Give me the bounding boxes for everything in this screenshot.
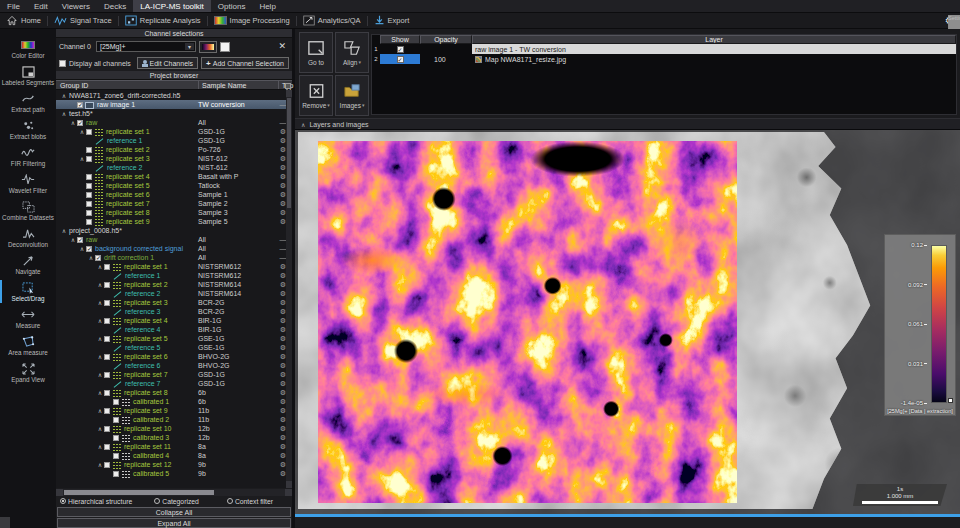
sidebar-item-measure[interactable]: Measure — [0, 305, 56, 332]
sidebar-item-fir-filtering[interactable]: FIR Filtering — [0, 143, 56, 170]
row-checkbox[interactable] — [86, 183, 92, 189]
row-checkbox[interactable] — [113, 417, 119, 423]
layer-row-1[interactable]: 1 raw image 1 - TW conversion — [372, 44, 956, 54]
edit-channels-button[interactable]: Edit Channels — [137, 57, 199, 69]
tree-row[interactable]: raw image 1 TW conversion — — [56, 100, 292, 109]
column-sample-name[interactable]: Sample Name — [198, 81, 246, 89]
collapse-all-button[interactable]: Collapse All — [57, 507, 291, 517]
tree-row[interactable]: replicate set 3 NIST-612 ⚙ — [56, 154, 292, 163]
row-checkbox[interactable] — [104, 282, 110, 288]
expand-arrow-icon[interactable] — [87, 253, 95, 263]
signal-trace-button[interactable]: Signal Trace — [48, 13, 118, 28]
row-checkbox[interactable] — [104, 444, 110, 450]
tree-row[interactable]: calibrated 4 8a ⚙ — [56, 451, 292, 460]
row-checkbox[interactable] — [104, 354, 110, 360]
align-button[interactable]: Align — [335, 32, 369, 73]
sidebar-item-combine-datasets[interactable]: Combine Datasets — [0, 197, 56, 224]
tree-row[interactable]: reference 7 GSD-1G ⚙ — [56, 379, 292, 388]
row-checkbox[interactable] — [104, 462, 110, 468]
column-opacity[interactable]: Opacity — [420, 35, 472, 44]
tree-row[interactable]: replicate set 5 Tatlock ⚙ — [56, 181, 292, 190]
expand-arrow-icon[interactable] — [78, 244, 86, 254]
sidebar-item-extract-blobs[interactable]: Extract blobs — [0, 116, 56, 143]
row-checkbox[interactable] — [77, 237, 83, 243]
row-checkbox[interactable] — [104, 408, 110, 414]
sidebar-item-extract-path[interactable]: Extract path — [0, 89, 56, 116]
expand-arrow-icon[interactable] — [96, 424, 104, 434]
tree-row[interactable]: drift correction 1 All — — [56, 253, 292, 262]
scroll-right-arrow[interactable] — [285, 489, 292, 496]
tree-row[interactable]: replicate set 8 6b ⚙ — [56, 388, 292, 397]
scroll-thumb[interactable] — [64, 490, 214, 495]
row-checkbox[interactable] — [86, 147, 92, 153]
sidebar-item-expand-view[interactable]: Epand View — [0, 359, 56, 386]
tree-row[interactable]: project_0008.h5* — [56, 226, 292, 235]
tree-vertical-scrollbar[interactable] — [286, 90, 292, 488]
menu-viewers[interactable]: Viewers — [55, 0, 97, 12]
colorbar-widget[interactable]: 0.12 0.092 0.061 0.031 -1.4e-05 [25Mg]+ … — [884, 234, 956, 416]
sidebar-item-labeled-segments[interactable]: Labeled Segments — [0, 62, 56, 89]
settings-button[interactable]: Settings — [945, 13, 954, 28]
menu-la-icp-ms-toolkit[interactable]: LA-ICP-MS toolkit — [133, 0, 211, 12]
tree-row[interactable]: replicate set 2 Po-726 ⚙ — [56, 145, 292, 154]
home-button[interactable]: Home — [0, 13, 47, 28]
tree-row[interactable]: replicate set 10 12b ⚙ — [56, 424, 292, 433]
tree-row[interactable]: replicate set 6 BHVO-2G ⚙ — [56, 352, 292, 361]
tree-row[interactable]: replicate set 6 Sample 1 ⚙ — [56, 190, 292, 199]
layer-visibility-checkbox[interactable] — [397, 56, 404, 63]
close-icon[interactable] — [278, 42, 286, 51]
tree-row[interactable]: reference 5 GSE-1G ⚙ — [56, 343, 292, 352]
tree-row[interactable]: reference 1 NISTSRM612 ⚙ — [56, 271, 292, 280]
expand-arrow-icon[interactable] — [60, 226, 68, 236]
column-layer[interactable]: Layer — [472, 35, 956, 44]
sidebar-item-navigate[interactable]: Navigate — [0, 251, 56, 278]
add-channel-selection-button[interactable]: Add Channel Selection — [201, 57, 289, 69]
column-options-icon[interactable] — [285, 83, 291, 89]
sidebar-item-area-measure[interactable]: Area measure — [0, 332, 56, 359]
expand-arrow-icon[interactable] — [96, 406, 104, 416]
expand-arrow-icon[interactable] — [96, 280, 104, 290]
channel-select[interactable]: [25Mg]+ — [96, 41, 196, 52]
tree-row[interactable]: replicate set 7 Sample 2 ⚙ — [56, 199, 292, 208]
row-checkbox[interactable] — [104, 300, 110, 306]
expand-arrow-icon[interactable] — [96, 388, 104, 398]
tree-row[interactable]: replicate set 9 Sample 5 ⚙ — [56, 217, 292, 226]
layers-and-images-bar[interactable]: Layers and images — [295, 118, 960, 130]
column-show[interactable]: Show — [380, 35, 420, 44]
expand-arrow-icon[interactable] — [96, 334, 104, 344]
remove-button[interactable]: Remove — [299, 75, 333, 116]
row-checkbox[interactable] — [86, 210, 92, 216]
menu-file[interactable]: File — [0, 0, 27, 12]
row-checkbox[interactable] — [77, 120, 83, 126]
tree-row[interactable]: calibrated 2 11b ⚙ — [56, 415, 292, 424]
tree-row[interactable]: replicate set 4 Basalt with P ⚙ — [56, 172, 292, 181]
tree-row[interactable]: replicate set 1 NISTSRM612 ⚙ — [56, 262, 292, 271]
images-button[interactable]: Images — [335, 75, 369, 116]
analytics-qa-button[interactable]: Analytics/QA — [297, 13, 367, 28]
colorbar-gradient[interactable] — [931, 245, 947, 403]
display-all-checkbox[interactable] — [59, 60, 66, 67]
menu-help[interactable]: Help — [252, 0, 282, 12]
tree-row[interactable]: replicate set 1 GSD-1G ⚙ — [56, 127, 292, 136]
tree-row[interactable]: replicate set 11 8a ⚙ — [56, 442, 292, 451]
menu-options[interactable]: Options — [211, 0, 253, 12]
tree-row[interactable]: raw All — — [56, 235, 292, 244]
expand-arrow-icon[interactable] — [60, 109, 68, 119]
layer-name[interactable]: Map NWA8171_resize.jpg — [472, 54, 956, 64]
expand-arrow-icon[interactable] — [96, 316, 104, 326]
expand-arrow-icon[interactable] — [78, 127, 86, 137]
expand-arrow-icon[interactable] — [69, 235, 77, 245]
tree-row[interactable]: replicate set 12 9b ⚙ — [56, 460, 292, 469]
row-checkbox[interactable] — [86, 156, 92, 162]
row-checkbox[interactable] — [104, 336, 110, 342]
tree-row[interactable]: reference 1 GSD-1G ⚙ — [56, 136, 292, 145]
layer-row-2[interactable]: 2 100 Map NWA8171_resize.jpg — [372, 54, 956, 64]
element-heatmap-image[interactable] — [318, 141, 737, 503]
row-checkbox[interactable] — [86, 174, 92, 180]
tree-row[interactable]: reference 4 BIR-1G ⚙ — [56, 325, 292, 334]
row-checkbox[interactable] — [113, 471, 119, 477]
expand-arrow-icon[interactable] — [96, 370, 104, 380]
menu-decks[interactable]: Decks — [97, 0, 133, 12]
row-checkbox[interactable] — [104, 426, 110, 432]
tree-horizontal-scrollbar[interactable] — [56, 489, 292, 496]
